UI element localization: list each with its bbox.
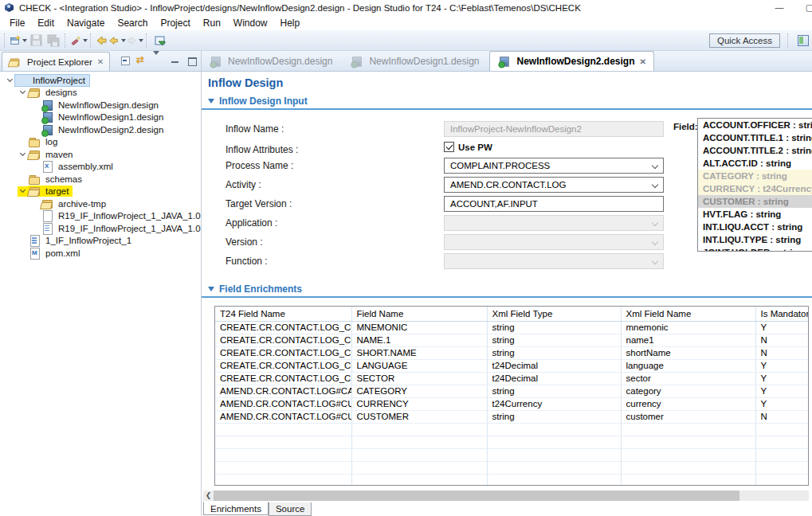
new-wizard-button[interactable] [10,32,27,49]
table-row[interactable]: CREATE.CR.CONTACT.LOG_CCCL...NAME.1strin… [215,334,809,346]
maximize-button[interactable]: ▢ [798,2,812,14]
twisty-slot[interactable] [5,75,15,85]
external-tools-dropdown-arrow[interactable] [83,39,88,42]
menu-item-navigate[interactable]: Navigate [61,18,111,29]
menu-item-project[interactable]: Project [154,18,196,29]
field-value-box[interactable]: AMEND.CR.CONTACT.LOG [444,177,664,193]
tree-item-newinflowdesign2-design[interactable]: NewInflowDesign2.design [0,123,201,136]
close-tab-icon[interactable]: ✕ [640,57,646,66]
expand-chevron-icon[interactable] [20,150,25,156]
column-header-xml-field-type[interactable]: Xml Field Type [487,307,621,321]
form-field-inflow-name[interactable]: InflowProject-NewInflowDesign2 [444,121,664,137]
close-view-icon[interactable]: ✕ [97,57,104,66]
last-edit-location-button[interactable] [151,32,169,49]
form-field-function[interactable] [444,253,664,269]
menu-item-edit[interactable]: Edit [31,18,61,29]
save-button[interactable] [27,32,45,49]
form-field-target-version[interactable]: ACCOUNT,AF.INPUT [444,196,664,212]
forward-button[interactable] [126,32,143,49]
form-field-inflow-attributes[interactable]: Use PW [444,142,664,158]
collapse-section-icon[interactable] [208,287,214,291]
field-list-item[interactable]: CATEGORY : string [698,170,812,182]
bottom-tab-enrichments[interactable]: Enrichments [203,502,269,515]
editor-tab-newinflowdesign1-design[interactable]: NewInflowDesign1.design [343,51,489,71]
view-menu-button[interactable] [153,55,164,65]
minimize-view-button[interactable] [170,55,181,65]
expand-chevron-icon[interactable] [7,76,13,82]
checkbox-checked-icon[interactable] [444,142,454,152]
link-with-editor-button[interactable]: ⇄ [136,55,147,65]
back-button[interactable] [96,32,108,49]
field-list-item[interactable]: JOINT.HOLDER : string [698,246,812,252]
field-list-item[interactable]: INT.LIQU.TYPE : string [698,233,812,246]
twisty-slot[interactable] [18,149,28,159]
field-list-item[interactable]: ALT.ACCT.ID : string [698,157,812,170]
editor-tab-newinflowdesign-design[interactable]: NewInflowDesign.design [202,51,343,71]
column-header-t24-field-name[interactable]: T24 Field Name [215,307,351,321]
tree-item-log[interactable]: log [0,136,201,149]
table-row[interactable]: CREATE.CR.CONTACT.LOG_CCCL...MNEMONICstr… [215,321,809,334]
twisty-slot[interactable] [18,88,28,98]
tree-item-assembly-xml[interactable]: assembly.xml [0,161,201,174]
table-row[interactable]: CREATE.CR.CONTACT.LOG_CCCL...SHORT.NAMEs… [215,346,809,359]
field-list-item[interactable]: INT.LIQU.ACCT : string [698,221,812,233]
tree-item-target[interactable]: target [0,186,201,198]
table-row[interactable]: AMEND.CR.CONTACT.LOG#CUST...CUSTOMERstri… [215,410,809,423]
form-field-activity[interactable]: AMEND.CR.CONTACT.LOG [444,177,664,193]
expand-chevron-icon[interactable] [20,88,25,94]
scrollbar-thumb[interactable] [214,491,739,501]
form-field-version[interactable] [444,234,664,250]
field-list-item[interactable]: CUSTOMER : string [698,195,812,208]
field-list-item[interactable]: CURRENCY : t24Currency [698,182,812,195]
table-row[interactable]: AMEND.CR.CONTACT.LOG#CATE...CATEGORYstri… [215,385,809,397]
quick-access-button[interactable]: Quick Access [709,33,780,48]
twisty-slot[interactable] [18,186,28,197]
section-title[interactable]: Inflow Design Input [219,96,308,107]
form-field-process-name[interactable]: COMPLAINT.PROCESS [444,158,664,174]
bottom-tab-source[interactable]: Source [269,502,312,516]
forward-dropdown-arrow[interactable] [139,39,143,42]
menu-item-search[interactable]: Search [111,18,154,29]
maximize-view-button[interactable] [186,55,198,65]
section-title[interactable]: Field Enrichments [219,283,302,295]
minimize-button[interactable]: — [767,2,791,14]
tree-item-inflowproject[interactable]: InflowProject [0,74,201,87]
tree-item-newinflowdesign-design[interactable]: NewInflowDesign.design [0,99,201,111]
tree-item-schemas[interactable]: schemas [0,173,201,186]
column-header-xml-field-name[interactable]: Xml Field Name [621,307,755,321]
menu-item-help[interactable]: Help [274,18,307,29]
menu-item-file[interactable]: File [3,18,31,29]
scroll-left-button[interactable]: ❮ [203,491,214,501]
collapse-section-icon[interactable] [208,99,214,104]
field-value-box[interactable]: ACCOUNT,AF.INPUT [444,196,664,212]
tree-item-newinflowdesign1-design[interactable]: NewInflowDesign1.design [0,111,201,124]
editor-tab-newinflowdesign2-design[interactable]: NewInflowDesign2.design✕ [489,51,653,71]
horizontal-scrollbar[interactable]: ❮ [203,491,809,501]
column-header-is-mandatory[interactable]: Is Mandatory [755,307,809,321]
column-header-field-name[interactable]: Field Name [351,307,487,321]
table-row[interactable]: AMEND.CR.CONTACT.LOG#CURR...CURRENCYt24C… [215,397,809,410]
tree-item-r19-if-inflowproject-1-java-1-0-tar[interactable]: R19_IF_InflowProject_1_JAVA_1.0.tar [0,222,201,235]
tree-item-designs[interactable]: designs [0,87,201,100]
tree-item-pom-xml[interactable]: pom.xml [0,247,201,260]
tree-item-r19-if-inflowproject-1-java-1-0-jar[interactable]: R19_IF_InflowProject_1_JAVA_1.0.jar [0,210,201,223]
tab-project-explorer[interactable]: Project Explorer ✕ [2,52,110,71]
tree-item-1-if-inflowproject-1[interactable]: 1_IF_InflowProject_1 [0,235,201,248]
expand-chevron-icon[interactable] [20,187,25,193]
form-field-application[interactable] [444,215,664,231]
perspective-icon[interactable] [796,34,810,47]
field-value-box[interactable]: COMPLAINT.PROCESS [444,158,664,174]
external-tools-button[interactable] [70,32,88,49]
menu-item-window[interactable]: Window [227,18,274,29]
table-row[interactable]: CREATE.CR.CONTACT.LOG_CCCL...SECTORt24De… [215,372,809,385]
menu-item-run[interactable]: Run [197,18,227,29]
tree-item-archive-tmp[interactable]: archive-tmp [0,197,201,210]
tree-item-maven[interactable]: maven [0,148,201,161]
collapse-all-button[interactable] [120,55,131,65]
field-list-item[interactable]: ACCOUNT.TITLE.1 : string [698,131,812,144]
save-all-button[interactable] [45,32,62,49]
table-row[interactable]: CREATE.CR.CONTACT.LOG_CCCL...LANGUAGEt24… [215,359,809,372]
field-list-item[interactable]: HVT.FLAG : string [698,208,812,221]
field-listbox[interactable]: ACCOUNT.OFFICER : stringACCOUNT.TITLE.1 … [697,118,812,252]
field-list-item[interactable]: ACCOUNT.OFFICER : string [698,119,812,131]
